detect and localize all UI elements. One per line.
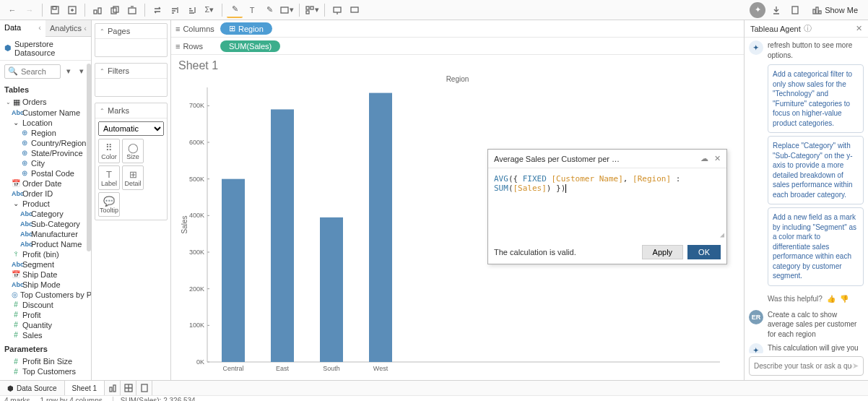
field-item[interactable]: AbcManufacturer	[0, 229, 91, 239]
revert-button[interactable]	[64, 2, 80, 18]
agent-title: Tableau Agent	[750, 25, 801, 33]
download-button[interactable]	[768, 2, 784, 18]
send-icon[interactable]: ➤	[852, 361, 859, 371]
ok-button[interactable]: OK	[687, 245, 721, 259]
field-item[interactable]: ⫯Profit (bin)	[0, 249, 91, 259]
share-button[interactable]	[347, 2, 363, 18]
tab-analytics[interactable]: Analytics‹	[45, 20, 91, 36]
swap-button[interactable]	[149, 2, 165, 18]
field-item[interactable]: ⌄Location	[0, 118, 91, 128]
parameter-item[interactable]: #Top Customers	[0, 366, 91, 376]
field-item[interactable]: AbcCategory	[0, 209, 91, 219]
tab-data[interactable]: Data‹	[0, 20, 45, 37]
field-item[interactable]: ⌄Product	[0, 199, 91, 209]
pill-region[interactable]: ⊞Region	[220, 22, 272, 35]
redo-button[interactable]: →	[22, 2, 38, 18]
marks-type-select[interactable]: Automatic	[98, 121, 164, 136]
new-dashboard-icon[interactable]	[121, 381, 136, 395]
svg-text:500K: 500K	[189, 176, 204, 183]
mark-label[interactable]: TLabel	[98, 165, 120, 190]
field-item[interactable]: ⊕Country/Region	[0, 138, 91, 148]
field-item[interactable]: ⊕Postal Code	[0, 168, 91, 178]
field-item[interactable]: AbcProduct Name	[0, 239, 91, 249]
svg-rect-15	[813, 9, 815, 14]
labels-button[interactable]: T	[244, 2, 260, 18]
thumbs-down-icon[interactable]: 👎	[840, 295, 849, 303]
field-item[interactable]: 📅Ship Date	[0, 270, 91, 280]
totals-button[interactable]: Σ▾	[201, 2, 217, 18]
shelves-panel: ⌃Pages ⌃Filters ⌃Marks Automatic ⠿Color◯…	[92, 20, 171, 380]
clear-button[interactable]	[124, 2, 140, 18]
mark-color[interactable]: ⠿Color	[98, 139, 120, 163]
field-item[interactable]: AbcOrder ID	[0, 189, 91, 199]
mark-detail[interactable]: ⊞Detail	[122, 165, 144, 190]
parameter-item[interactable]: #Profit Bin Size	[0, 356, 91, 366]
data-source-tab[interactable]: ⬢Data Source	[0, 381, 65, 395]
sort-desc-button[interactable]	[184, 2, 200, 18]
apply-button[interactable]: Apply	[642, 245, 684, 259]
suggestion-card[interactable]: Replace "Category" with "Sub-Category" o…	[768, 136, 864, 204]
field-item[interactable]: AbcCustomer Name	[0, 108, 91, 118]
field-item[interactable]: #Discount	[0, 300, 91, 310]
svg-text:0K: 0K	[196, 358, 204, 366]
fit-button[interactable]: ▾	[279, 2, 295, 18]
cards-button[interactable]: ▾	[304, 2, 320, 18]
sort-asc-button[interactable]	[167, 2, 183, 18]
filter-icon[interactable]: ▾	[62, 64, 75, 79]
sheet-tabs: ⬢Data Source Sheet 1	[0, 380, 868, 395]
field-item[interactable]: AbcSegment	[0, 259, 91, 270]
save-button[interactable]	[47, 2, 63, 18]
rows-shelf[interactable]: ≡Rows SUM(Sales)	[171, 38, 744, 55]
calculation-dialog: Average Sales per Customer per … ☁ ✕ AVG…	[487, 149, 727, 264]
suggestion-card[interactable]: Add a new field as a mark by including "…	[768, 207, 864, 286]
pill-sum-sales[interactable]: SUM(Sales)	[220, 40, 280, 52]
duplicate-button[interactable]	[107, 2, 123, 18]
show-me-button[interactable]: Show Me	[806, 2, 864, 18]
field-item[interactable]: ⊕City	[0, 158, 91, 168]
chart-title: Region	[178, 75, 737, 83]
filters-shelf[interactable]: ⌃Filters	[95, 63, 168, 97]
thumbs-up-icon[interactable]: 👍	[827, 295, 836, 303]
table-root[interactable]: ⌄▦ Orders	[0, 97, 91, 108]
field-tree: ⌄▦ OrdersAbcCustomer Name⌄Location⊕Regio…	[0, 97, 91, 342]
expand-icon[interactable]: ◢	[720, 230, 724, 238]
field-item[interactable]: AbcSub-Category	[0, 219, 91, 229]
data-panel: Data‹ Analytics‹ ⬢ Superstore Datasource…	[0, 20, 92, 380]
mark-size[interactable]: ◯Size	[122, 139, 144, 163]
highlight-button[interactable]: ✎	[227, 2, 243, 18]
info-icon[interactable]: ⓘ	[804, 23, 812, 34]
field-item[interactable]: #Quantity	[0, 320, 91, 330]
agent-input[interactable]: ➤	[749, 356, 864, 376]
menu-icon[interactable]: ▾	[77, 64, 87, 79]
suggestion-card[interactable]: Add a categorical filter to only show sa…	[768, 64, 864, 133]
columns-shelf[interactable]: ≡Columns ⊞Region	[171, 20, 744, 38]
explain-icon[interactable]: ☁	[700, 154, 708, 163]
agent-icon[interactable]: ✦	[750, 2, 765, 18]
field-item[interactable]: ⊕Region	[0, 128, 91, 138]
new-worksheet-button[interactable]	[90, 2, 105, 18]
calc-valid-msg: The calculation is valid.	[494, 248, 576, 256]
marks-card: ⌃Marks Automatic ⠿Color◯SizeTLabel⊞Detai…	[95, 103, 168, 220]
pages-shelf[interactable]: ⌃Pages	[95, 23, 168, 57]
sheet1-tab[interactable]: Sheet 1	[65, 381, 105, 395]
format-button[interactable]: ✎	[261, 2, 277, 18]
presentation-button[interactable]	[329, 2, 345, 18]
data-source[interactable]: ⬢ Superstore Datasource	[0, 37, 91, 61]
mark-tooltip[interactable]: 💬Tooltip	[98, 192, 120, 217]
close-icon[interactable]: ✕	[714, 154, 721, 163]
field-item[interactable]: AbcShip Mode	[0, 280, 91, 290]
guide-button[interactable]	[787, 2, 803, 18]
svg-rect-16	[816, 7, 818, 14]
new-story-icon[interactable]	[136, 381, 152, 395]
field-item[interactable]: 📅Order Date	[0, 178, 91, 189]
field-item[interactable]: ◎Top Customers by P…	[0, 290, 91, 300]
new-sheet-icon[interactable]	[105, 381, 121, 395]
field-item[interactable]: #Sales	[0, 330, 91, 340]
undo-button[interactable]: ←	[4, 2, 20, 18]
search-input[interactable]: 🔍	[4, 64, 61, 79]
close-agent-icon[interactable]: ✕	[856, 24, 862, 33]
field-item[interactable]: ⊕State/Province	[0, 148, 91, 158]
field-item[interactable]: #Profit	[0, 310, 91, 320]
calc-editor[interactable]: AVG({ FIXED [Customer Name], [Region] : …	[488, 168, 726, 241]
scrollbar[interactable]	[87, 64, 91, 251]
